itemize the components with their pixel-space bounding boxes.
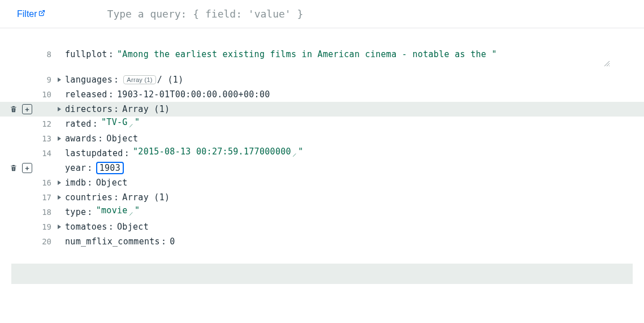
line-number: 17: [36, 190, 54, 205]
field-value[interactable]: "2015-08-13 00:27:59.177000000⟋": [133, 144, 304, 162]
delete-field-button[interactable]: [8, 104, 19, 114]
row-content: num_mflix_comments : 0: [65, 234, 175, 249]
expand-toggle[interactable]: [54, 77, 65, 83]
colon: :: [86, 205, 96, 219]
line-number: 9: [36, 72, 54, 87]
field-value[interactable]: "Among the earliest existing films in Am…: [117, 47, 497, 62]
line-number: 18: [36, 205, 54, 219]
line-number: 14: [36, 146, 54, 161]
colon: :: [123, 146, 133, 161]
field-row-languages: 9 languages : Array (1) / (1): [0, 72, 644, 87]
line-number: 8: [36, 47, 54, 62]
colon: :: [107, 219, 117, 234]
caret-right-icon: [57, 195, 62, 200]
field-value[interactable]: Object: [96, 175, 128, 190]
field-key: year: [65, 161, 86, 175]
row-content: imdb : Object: [65, 175, 128, 190]
field-value[interactable]: Object: [117, 219, 149, 234]
expand-toggle[interactable]: [54, 136, 65, 141]
line-number: 20: [36, 234, 54, 249]
field-value[interactable]: "TV-G⟋": [101, 115, 140, 133]
line-number: 19: [36, 219, 54, 234]
type-pill[interactable]: Array (1): [123, 75, 155, 84]
field-key: imdb: [65, 175, 86, 190]
field-key: released: [65, 87, 107, 102]
field-value[interactable]: "movie⟋": [96, 203, 140, 221]
svg-line-0: [41, 10, 45, 14]
filter-link[interactable]: Filter: [17, 9, 45, 19]
field-row-tomatoes: 19 tomatoes : Object: [0, 219, 644, 234]
colon: :: [160, 234, 170, 249]
line-number: 16: [36, 175, 54, 190]
filter-bar: Filter: [0, 0, 644, 28]
colon: :: [107, 87, 117, 102]
caret-right-icon: [57, 106, 62, 112]
expand-toggle[interactable]: [54, 106, 65, 112]
field-key: fullplot: [65, 47, 107, 62]
trash-icon: [10, 164, 18, 172]
expand-toggle[interactable]: [54, 195, 65, 200]
field-row-type: 18 type : "movie⟋": [0, 205, 644, 219]
field-value[interactable]: 1903-12-01T00:00:00.000+00:00: [117, 87, 270, 102]
colon: :: [86, 161, 96, 175]
field-row-released: 10 released : 1903-12-01T00:00:00.000+00…: [0, 87, 644, 102]
field-row-rated: 12 rated : "TV-G⟋": [0, 117, 644, 131]
line-number: 10: [36, 87, 54, 102]
field-row-lastupdated: 14 lastupdated : "2015-08-13 00:27:59.17…: [0, 146, 644, 161]
caret-right-icon: [57, 224, 62, 230]
field-value[interactable]: 0: [170, 234, 175, 249]
line-number: 12: [36, 117, 54, 131]
field-value-suffix: / (1): [157, 72, 184, 87]
value-edit-input[interactable]: 1903: [96, 162, 124, 174]
delete-field-button[interactable]: [8, 163, 19, 173]
row-content: year : 1903: [65, 161, 124, 175]
field-key: languages: [65, 72, 113, 87]
row-content: rated : "TV-G⟋": [65, 115, 140, 133]
footer-bar: [11, 264, 633, 284]
field-row-year: + year : 1903: [0, 161, 644, 175]
expand-toggle[interactable]: [54, 180, 65, 186]
field-key: lastupdated: [65, 146, 123, 161]
colon: :: [107, 47, 117, 62]
expand-toggle[interactable]: [54, 224, 65, 230]
document-area: 8 fullplot : "Among the earliest existin…: [0, 28, 644, 284]
row-content: languages : Array (1) / (1): [65, 72, 183, 87]
resize-glyph: ⟋: [128, 122, 134, 128]
row-content: released : 1903-12-01T00:00:00.000+00:00: [65, 87, 270, 102]
caret-right-icon: [57, 180, 62, 186]
query-input[interactable]: [107, 8, 627, 20]
row-gutter: +: [0, 104, 36, 114]
filter-label: Filter: [17, 9, 37, 19]
resize-glyph: ⟋: [128, 210, 134, 217]
colon: :: [113, 72, 122, 87]
row-content: lastupdated : "2015-08-13 00:27:59.17700…: [65, 144, 304, 162]
row-content: type : "movie⟋": [65, 203, 140, 221]
row-content: fullplot : "Among the earliest existing …: [65, 47, 497, 62]
external-link-icon: [38, 10, 45, 16]
resize-glyph: ⟋: [292, 152, 297, 158]
line-number: 13: [36, 131, 54, 146]
add-field-button[interactable]: +: [22, 163, 32, 173]
field-row-imdb: 16 imdb : Object: [0, 175, 644, 190]
field-row-fullplot: 8 fullplot : "Among the earliest existin…: [0, 45, 644, 63]
trash-icon: [10, 105, 18, 113]
caret-right-icon: [57, 136, 62, 141]
field-row-num-mflix-comments: 20 num_mflix_comments : 0: [0, 234, 644, 249]
field-key: type: [65, 205, 86, 219]
add-field-button[interactable]: +: [22, 104, 32, 114]
field-key: tomatoes: [65, 219, 107, 234]
row-gutter: +: [0, 163, 36, 173]
field-key: num_mflix_comments: [65, 234, 160, 249]
field-key: rated: [65, 117, 92, 131]
colon: :: [92, 117, 101, 131]
caret-right-icon: [57, 77, 62, 83]
colon: :: [86, 175, 96, 190]
row-content: tomatoes : Object: [65, 219, 149, 234]
